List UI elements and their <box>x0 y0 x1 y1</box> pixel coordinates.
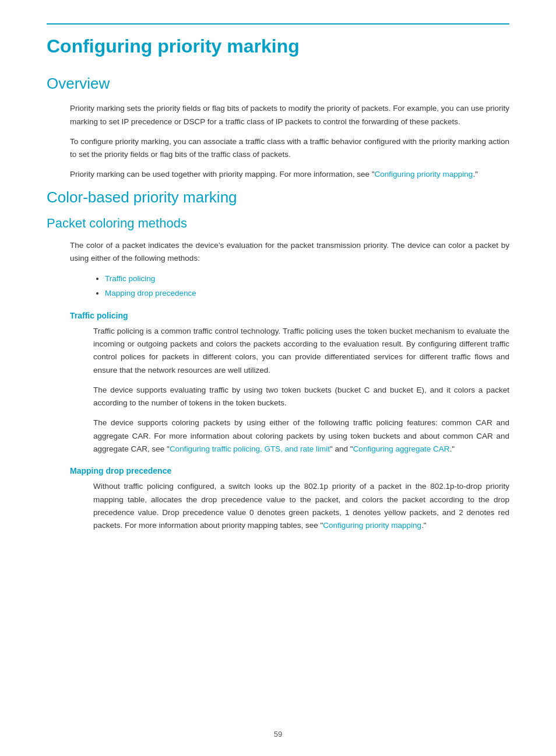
overview-para-3: Priority marking can be used together wi… <box>70 168 509 181</box>
traffic-policing-link[interactable]: Traffic policing <box>105 274 155 283</box>
mapping-drop-content: Without traffic policing configured, a s… <box>93 480 509 532</box>
page-container: Configuring priority marking Overview Pr… <box>0 0 556 756</box>
packet-coloring-intro: The color of a packet indicates the devi… <box>70 239 509 265</box>
mapping-drop-link[interactable]: Mapping drop precedence <box>105 289 196 298</box>
page-number: 59 <box>0 730 556 738</box>
packet-coloring-subsection-title: Packet coloring methods <box>47 216 509 231</box>
overview-link[interactable]: Configuring priority mapping <box>375 170 473 178</box>
mapping-drop-section: Mapping drop precedence Without traffic … <box>70 466 509 532</box>
list-item-traffic-policing: Traffic policing <box>105 272 509 286</box>
mapping-drop-link-ref[interactable]: Configuring priority mapping <box>323 521 421 530</box>
traffic-policing-para-2: The device supports evaluating traffic b… <box>93 384 509 410</box>
traffic-policing-section: Traffic policing Traffic policing is a c… <box>70 311 509 456</box>
page-title: Configuring priority marking <box>47 35 509 57</box>
color-based-section-title: Color-based priority marking <box>47 188 509 206</box>
overview-para-1: Priority marking sets the priority field… <box>70 102 509 128</box>
mapping-drop-title: Mapping drop precedence <box>70 466 509 475</box>
top-rule <box>47 23 509 24</box>
traffic-policing-content: Traffic policing is a common traffic con… <box>93 325 509 456</box>
traffic-policing-title: Traffic policing <box>70 311 509 320</box>
list-item-mapping-drop: Mapping drop precedence <box>105 286 509 300</box>
mapping-drop-para-1: Without traffic policing configured, a s… <box>93 480 509 532</box>
packet-coloring-content: The color of a packet indicates the devi… <box>70 239 509 533</box>
overview-para-2: To configure priority marking, you can a… <box>70 135 509 162</box>
overview-content: Priority marking sets the priority field… <box>70 102 509 181</box>
traffic-policing-para-1: Traffic policing is a common traffic con… <box>93 325 509 377</box>
traffic-policing-para-3: The device supports coloring packets by … <box>93 416 509 456</box>
traffic-policing-link2[interactable]: Configuring aggregate CAR <box>353 444 450 453</box>
traffic-policing-link1[interactable]: Configuring traffic policing, GTS, and r… <box>170 444 330 453</box>
overview-section-title: Overview <box>47 75 509 93</box>
coloring-methods-list: Traffic policing Mapping drop precedence <box>105 272 509 300</box>
